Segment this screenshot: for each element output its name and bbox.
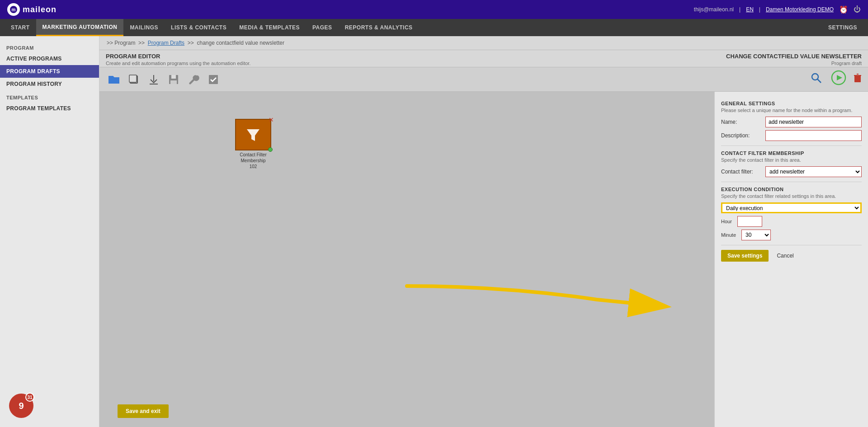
toolbar-copy-icon[interactable] — [126, 71, 142, 88]
contact-filter-row: Contact filter: add newsletter newslette… — [721, 166, 862, 177]
divider3 — [721, 245, 862, 245]
description-label: Description: — [721, 132, 762, 139]
toolbar — [99, 67, 868, 92]
action-buttons: Save settings Cancel — [721, 250, 862, 262]
svg-marker-11 — [837, 75, 842, 80]
svg-rect-6 — [170, 80, 177, 84]
sidebar-section-templates: TEMPLATES — [0, 90, 99, 102]
toolbar-play-icon[interactable] — [831, 70, 846, 89]
toolbar-header: PROGRAM EDITOR Create and edit automatio… — [99, 50, 868, 67]
sidebar-item-program-drafts[interactable]: PROGRAM DRAFTS — [0, 65, 99, 78]
nav-reports-analytics[interactable]: REPORTS & ANALYTICS — [339, 19, 419, 36]
program-editor-right-title: CHANGE CONTACTFIELD VALUE NEWSLETTER — [726, 53, 862, 60]
contact-filter-label: Contact filter: — [721, 169, 762, 175]
canvas-node-dot — [268, 147, 273, 152]
svg-rect-12 — [854, 75, 861, 82]
minute-label: Minute — [721, 232, 736, 238]
toolbar-delete-icon[interactable] — [854, 73, 862, 85]
notification-badge[interactable]: 9 31 — [9, 394, 33, 418]
lang-selector[interactable]: EN — [746, 6, 754, 13]
power-icon[interactable]: ⏻ — [854, 5, 861, 14]
hour-input[interactable] — [737, 216, 762, 227]
canvas-node-label: Contact Filter Membership 102 — [235, 152, 271, 169]
breadcrumb-drafts[interactable]: Program Drafts — [148, 40, 184, 46]
minute-row: Minute 0 15 30 45 — [721, 230, 862, 240]
divider2 — [721, 182, 862, 182]
nav-lists-contacts[interactable]: LISTS & CONTACTS — [165, 19, 233, 36]
right-panel: GENERAL SETTINGS Please select a unique … — [714, 92, 868, 427]
contact-filter-select[interactable]: add newsletter newsletter subscribers al… — [765, 166, 862, 177]
execution-condition-row: Daily execution Weekly execution Monthly… — [721, 202, 862, 213]
sidebar: PROGRAM ACTIVE PROGRAMS PROGRAM DRAFTS P… — [0, 36, 99, 427]
toolbar-save-icon[interactable] — [165, 71, 182, 88]
notification-icon: 9 — [19, 401, 24, 411]
description-row: Description: — [721, 130, 862, 141]
main-navigation: START MARKETING AUTOMATION MAILINGS LIST… — [0, 19, 868, 36]
account-link[interactable]: Damen Motorkleding DEMO — [766, 6, 834, 13]
nav-marketing-automation[interactable]: MARKETING AUTOMATION — [36, 19, 124, 36]
canvas-area: ✕ Contact Filter Membership 102 — [99, 92, 714, 427]
svg-point-8 — [812, 74, 818, 80]
breadcrumb-current: change contactfield value newsletter — [197, 40, 284, 46]
minute-select[interactable]: 0 15 30 45 — [741, 230, 771, 240]
editor-area: ✕ Contact Filter Membership 102 — [99, 92, 868, 427]
name-input[interactable] — [765, 117, 862, 127]
toolbar-wrench-icon[interactable] — [185, 71, 202, 88]
divider1 — [721, 145, 862, 146]
canvas-node-close-icon[interactable]: ✕ — [269, 116, 274, 123]
program-editor-info: PROGRAM EDITOR Create and edit automatio… — [106, 53, 250, 66]
svg-text:m: m — [12, 7, 16, 12]
name-label: Name: — [721, 119, 762, 125]
cancel-button[interactable]: Cancel — [772, 250, 798, 262]
toolbar-checklist-icon[interactable] — [205, 71, 222, 88]
save-settings-button[interactable]: Save settings — [721, 250, 769, 262]
breadcrumb: >> Program >> Program Drafts >> change c… — [99, 36, 868, 50]
program-editor-right-subtitle: Program draft — [726, 61, 862, 66]
contact-filter-desc: Specify the contact filter in this area. — [721, 157, 862, 163]
svg-rect-5 — [171, 75, 176, 79]
sidebar-section-program: PROGRAM — [0, 41, 99, 52]
toolbar-download-icon[interactable] — [146, 71, 162, 88]
canvas-node-box[interactable]: ✕ — [235, 119, 271, 150]
toolbar-search-icon[interactable] — [810, 72, 823, 87]
hour-label: Hour — [721, 219, 732, 224]
yellow-arrow — [99, 92, 714, 427]
program-editor-right-info: CHANGE CONTACTFIELD VALUE NEWSLETTER Pro… — [726, 53, 862, 66]
program-editor-subtitle: Create and edit automation programs usin… — [106, 61, 250, 66]
notification-circle: 9 31 — [9, 394, 33, 418]
logo: m maileon — [7, 3, 57, 16]
toolbar-folder-icon[interactable] — [106, 71, 122, 88]
breadcrumb-prefix: >> — [107, 40, 113, 46]
nav-pages[interactable]: PAGES — [306, 19, 339, 36]
description-input[interactable] — [765, 130, 862, 141]
save-exit-button[interactable]: Save and exit — [118, 404, 169, 418]
program-editor-title: PROGRAM EDITOR — [106, 53, 250, 60]
canvas-node[interactable]: ✕ Contact Filter Membership 102 — [235, 119, 271, 169]
sidebar-item-program-templates[interactable]: PROGRAM TEMPLATES — [0, 102, 99, 115]
separator1: | — [739, 6, 741, 13]
top-nav-icons: ⏰ ⏻ — [839, 5, 861, 14]
execution-condition-title: EXECUTION CONDITION — [721, 187, 862, 192]
top-navigation: m maileon thijs@maileon.nl | EN | Damen … — [0, 0, 868, 19]
breadcrumb-program: Program — [114, 40, 135, 46]
hour-row: Hour — [721, 216, 862, 227]
general-settings-title: GENERAL SETTINGS — [721, 101, 862, 106]
sidebar-item-program-history[interactable]: PROGRAM HISTORY — [0, 78, 99, 90]
logo-text: maileon — [23, 5, 57, 14]
nav-media-templates[interactable]: MEDIA & TEMPLATES — [233, 19, 306, 36]
name-row: Name: — [721, 117, 862, 127]
logo-icon: m — [7, 3, 20, 16]
svg-marker-15 — [247, 129, 259, 141]
nav-mailings[interactable]: MAILINGS — [123, 19, 165, 36]
nav-settings[interactable]: SETTINGS — [822, 19, 863, 36]
nav-start[interactable]: START — [5, 19, 36, 36]
clock-icon[interactable]: ⏰ — [839, 5, 848, 14]
general-settings-desc: Please select a unique name for the node… — [721, 108, 862, 113]
execution-condition-desc: Specify the contact filter related setti… — [721, 193, 862, 199]
contact-filter-title: CONTACT FILTER MEMBERSHIP — [721, 150, 862, 156]
sidebar-item-active-programs[interactable]: ACTIVE PROGRAMS — [0, 52, 99, 65]
notification-count: 31 — [25, 393, 34, 402]
page-body: PROGRAM ACTIVE PROGRAMS PROGRAM DRAFTS P… — [0, 36, 868, 427]
execution-condition-select[interactable]: Daily execution Weekly execution Monthly… — [721, 202, 862, 213]
svg-line-9 — [817, 79, 821, 83]
